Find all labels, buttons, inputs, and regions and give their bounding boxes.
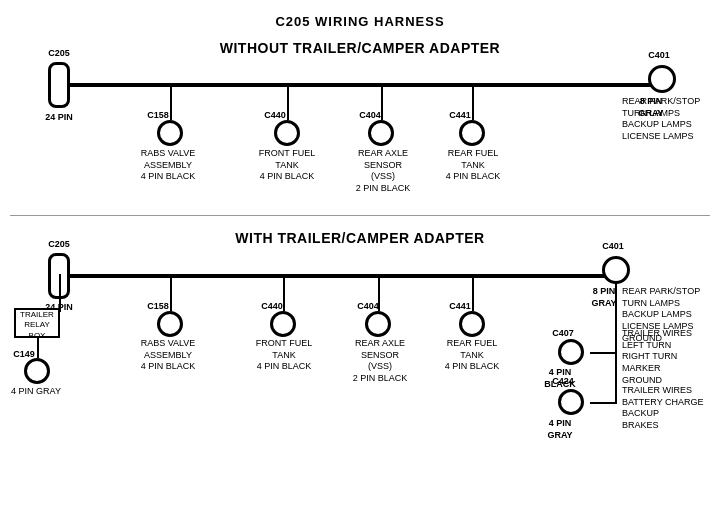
section1-c205-bot-label: 24 PIN [38, 112, 80, 124]
s2-c404-circle [365, 311, 391, 337]
section1-c205-top-label: C205 [38, 48, 80, 60]
s1-c440-circle [274, 120, 300, 146]
s2-c407-desc: TRAILER WIRESLEFT TURNRIGHT TURNMARKERGR… [622, 328, 712, 386]
s2-c158-id: C158 [144, 301, 172, 313]
s2-c424-id: C424 [548, 376, 578, 388]
diagram-container: C205 WIRING HARNESS WITHOUT TRAILER/CAMP… [0, 0, 720, 500]
s1-c158-circle [157, 120, 183, 146]
s2-c404-desc: REAR AXLESENSOR(VSS)2 PIN BLACK [346, 338, 414, 385]
s2-right-branch-v [615, 282, 617, 402]
s2-c407-circle [558, 339, 584, 365]
section2-c401-pin-label: 8 PINGRAY [584, 286, 624, 309]
section2-c401-circle [602, 256, 630, 284]
section1-c401-pin-label: 8 PINGRAY [631, 96, 671, 119]
s2-c424-pin: 4 PINGRAY [540, 418, 580, 441]
s2-c440-id: C440 [258, 301, 286, 313]
s1-c404-desc: REAR AXLESENSOR(VSS)2 PIN BLACK [349, 148, 417, 195]
s2-c440-desc: FRONT FUELTANK4 PIN BLACK [252, 338, 316, 373]
section1-label: WITHOUT TRAILER/CAMPER ADAPTER [120, 40, 600, 56]
s1-c401-8pin: ​ [631, 96, 671, 97]
s1-c440-desc: FRONT FUELTANK4 PIN BLACK [255, 148, 319, 183]
s2-c158-desc: RABS VALVEASSEMBLY4 PIN BLACK [136, 338, 200, 373]
s1-c441-desc: REAR FUELTANK4 PIN BLACK [441, 148, 505, 183]
s1-c441-circle [459, 120, 485, 146]
s2-c407-id: C407 [548, 328, 578, 340]
s2-c158-circle [157, 311, 183, 337]
section2-main-wire [60, 274, 615, 278]
s1-c158-desc: RABS VALVEASSEMBLY4 PIN BLACK [136, 148, 200, 183]
section1-c401-top-label: C401 [638, 50, 680, 62]
section1-c205-rect [48, 62, 70, 108]
s2-c407-branch-h [590, 352, 617, 354]
s1-c440-id: C440 [261, 110, 289, 122]
s1-c441-id: C441 [446, 110, 474, 122]
s2-c441-id: C441 [446, 301, 474, 313]
divider [10, 215, 710, 216]
section1-c401-circle [648, 65, 676, 93]
s1-c404-id: C404 [356, 110, 384, 122]
relay-to-main-wire-v [59, 274, 61, 312]
s1-c404-circle [368, 120, 394, 146]
s2-c441-desc: REAR FUELTANK4 PIN BLACK [440, 338, 504, 373]
relay-to-main-wire-h [59, 310, 61, 312]
s2-c149-circle [24, 358, 50, 384]
s1-c158-id: C158 [144, 110, 172, 122]
s2-c441-circle [459, 311, 485, 337]
s2-c424-circle [558, 389, 584, 415]
s2-c424-desc: TRAILER WIRESBATTERY CHARGEBACKUPBRAKES [622, 385, 712, 432]
s2-c424-branch-h [590, 402, 617, 404]
section1-main-wire [60, 83, 660, 87]
section2-label: WITH TRAILER/CAMPER ADAPTER [120, 230, 600, 246]
s2-c149-desc: 4 PIN GRAY [10, 386, 62, 398]
section2-c205-top-label: C205 [38, 239, 80, 251]
s2-c149-id: C149 [10, 349, 38, 361]
s2-c440-circle [270, 311, 296, 337]
s2-c404-id: C404 [354, 301, 382, 313]
trailer-relay-box-label: TRAILERRELAYBOX [12, 310, 62, 341]
page-title: C205 WIRING HARNESS [0, 6, 720, 29]
section2-c401-top-label: C401 [592, 241, 634, 253]
